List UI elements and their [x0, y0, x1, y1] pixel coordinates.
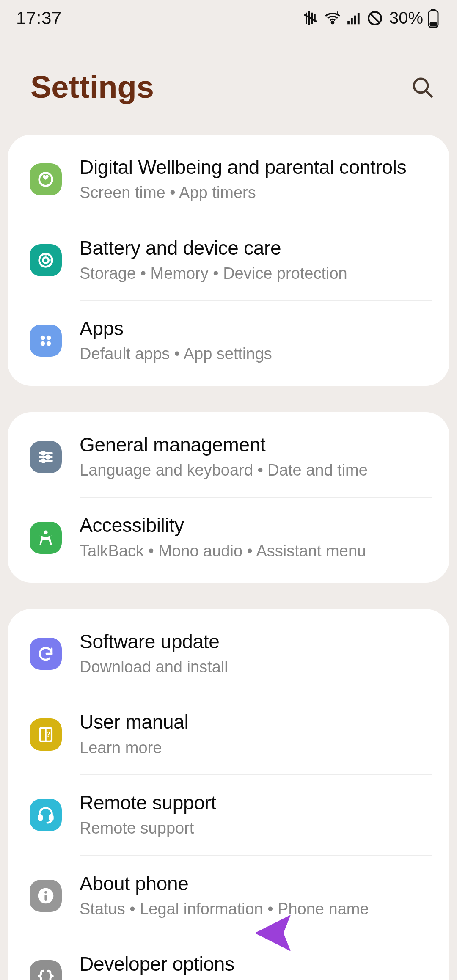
svg-text:?: ?: [46, 731, 50, 738]
header: Settings: [0, 36, 457, 135]
settings-item-software-update[interactable]: Software update Download and install: [8, 614, 449, 694]
software-update-icon: [30, 638, 62, 670]
item-title: Digital Wellbeing and parental controls: [80, 156, 433, 179]
item-title: About phone: [80, 872, 433, 895]
settings-item-battery[interactable]: Battery and device care Storage • Memory…: [8, 220, 449, 300]
svg-point-23: [42, 451, 45, 454]
item-subtitle: Language and keyboard • Date and time: [80, 460, 433, 481]
search-icon: [410, 75, 434, 99]
settings-item-general[interactable]: General management Language and keyboard…: [8, 417, 449, 497]
battery-icon: [427, 9, 439, 28]
settings-group-1: Digital Wellbeing and parental controls …: [8, 135, 449, 386]
item-title: User manual: [80, 710, 433, 734]
settings-item-apps[interactable]: Apps Default apps • App settings: [8, 301, 449, 381]
svg-text:6: 6: [337, 10, 339, 15]
svg-point-0: [331, 21, 333, 23]
user-manual-icon: ?: [30, 718, 62, 751]
svg-point-15: [43, 257, 48, 263]
svg-point-14: [39, 254, 52, 267]
settings-group-2: General management Language and keyboard…: [8, 412, 449, 583]
item-subtitle: Default apps • App settings: [80, 344, 433, 364]
item-title: General management: [80, 433, 433, 457]
item-title: Developer options: [80, 952, 433, 976]
search-button[interactable]: [409, 74, 436, 101]
svg-rect-34: [44, 895, 47, 901]
settings-item-wellbeing[interactable]: Digital Wellbeing and parental controls …: [8, 140, 449, 220]
svg-rect-5: [358, 13, 360, 24]
item-subtitle: Storage • Memory • Device protection: [80, 263, 433, 284]
item-title: Software update: [80, 630, 433, 653]
item-title: Accessibility: [80, 514, 433, 537]
svg-line-12: [426, 91, 432, 96]
battery-care-icon: [30, 244, 62, 276]
developer-options-icon: [30, 960, 62, 980]
page-title: Settings: [30, 69, 154, 105]
accessibility-icon: [30, 522, 62, 554]
status-icons: 6 30%: [302, 8, 439, 28]
svg-point-24: [47, 455, 50, 458]
svg-rect-3: [351, 18, 353, 24]
item-title: Battery and device care: [80, 237, 433, 260]
settings-item-about-phone[interactable]: About phone Status • Legal information •…: [8, 856, 449, 936]
signal-icon: [346, 10, 362, 27]
wifi-icon: 6: [323, 10, 342, 27]
status-time: 17:37: [16, 8, 62, 28]
svg-point-26: [44, 530, 47, 534]
svg-rect-2: [347, 21, 350, 24]
vibrate-icon: [302, 10, 319, 27]
wellbeing-icon: [30, 163, 62, 195]
item-subtitle: Remote support: [80, 818, 433, 839]
svg-point-16: [41, 336, 45, 340]
settings-group-3: Software update Download and install ? U…: [8, 609, 449, 980]
blocked-icon: [366, 10, 383, 27]
svg-line-7: [370, 14, 380, 23]
settings-item-accessibility[interactable]: Accessibility TalkBack • Mono audio • As…: [8, 498, 449, 578]
item-subtitle: Learn more: [80, 738, 433, 758]
item-subtitle: TalkBack • Mono audio • Assistant menu: [80, 541, 433, 562]
item-title: Apps: [80, 317, 433, 340]
svg-point-19: [47, 341, 51, 346]
apps-icon: [30, 325, 62, 357]
settings-item-remote-support[interactable]: Remote support Remote support: [8, 775, 449, 855]
general-icon: [30, 441, 62, 473]
svg-point-18: [41, 341, 45, 346]
settings-item-user-manual[interactable]: ? User manual Learn more: [8, 694, 449, 774]
item-title: Remote support: [80, 791, 433, 815]
item-subtitle: Status • Legal information • Phone name: [80, 899, 433, 919]
svg-rect-4: [354, 15, 356, 24]
status-bar: 17:37 6 30%: [0, 0, 457, 36]
item-subtitle: Screen time • App timers: [80, 182, 433, 203]
svg-point-33: [44, 891, 47, 894]
svg-point-25: [42, 460, 45, 462]
battery-percent: 30%: [389, 8, 423, 28]
svg-rect-30: [39, 815, 42, 820]
svg-point-17: [47, 336, 51, 340]
about-phone-icon: [30, 880, 62, 912]
settings-item-developer-options[interactable]: Developer options Developer options: [8, 936, 449, 980]
remote-support-icon: [30, 799, 62, 831]
item-subtitle: Download and install: [80, 657, 433, 677]
svg-rect-10: [430, 22, 437, 26]
